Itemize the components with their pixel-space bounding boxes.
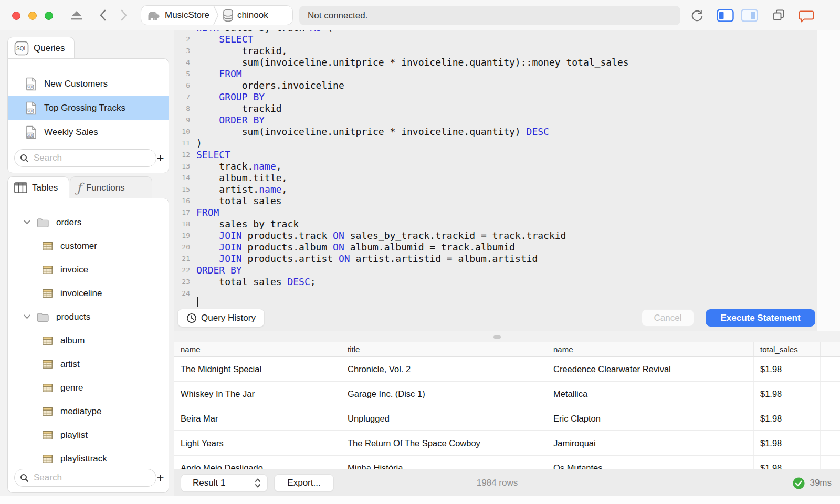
close-window-button[interactable] xyxy=(12,12,20,20)
table-cell[interactable]: Minha História xyxy=(341,456,547,469)
result-selector[interactable]: Result 1 xyxy=(181,474,268,492)
code-line[interactable]: 20 JOIN products.album ON album.albumid … xyxy=(174,242,817,253)
tab-queries[interactable]: SQL Queries xyxy=(7,37,75,59)
tree-table-row[interactable]: album xyxy=(8,329,169,352)
disconnect-eject-button[interactable] xyxy=(70,9,83,21)
table-cell[interactable]: Garage Inc. (Disc 1) xyxy=(341,382,547,406)
table-row[interactable]: Whiskey In The JarGarage Inc. (Disc 1)Me… xyxy=(174,382,840,406)
table-cell[interactable]: Jamiroquai xyxy=(547,431,754,455)
table-cell[interactable]: Unplugged xyxy=(341,406,547,430)
splitter-handle-icon[interactable] xyxy=(494,335,501,339)
tree-table-row[interactable]: invoiceline xyxy=(8,281,169,305)
code-line[interactable]: 13 track.name, xyxy=(174,161,817,172)
tab-tables[interactable]: Tables xyxy=(7,176,69,198)
pane-splitter[interactable] xyxy=(174,331,840,342)
breadcrumb-server[interactable]: MusicStore xyxy=(165,10,209,20)
table-cell[interactable]: Metallica xyxy=(547,382,754,406)
code-line[interactable]: 2 SELECT xyxy=(174,34,817,45)
feedback-button[interactable] xyxy=(799,9,814,23)
cancel-button[interactable]: Cancel xyxy=(642,309,694,327)
sql-editor[interactable]: 1WITH sales_by_track AS (2 SELECT3 track… xyxy=(174,30,817,331)
windows-button[interactable] xyxy=(771,8,786,23)
table-cell[interactable]: Whiskey In The Jar xyxy=(174,382,341,406)
zoom-window-button[interactable] xyxy=(45,12,53,20)
execute-statement-button[interactable]: Execute Statement xyxy=(706,309,815,327)
code-line[interactable]: 7 GROUP BY xyxy=(174,91,817,103)
table-cell[interactable]: The Return Of The Space Cowboy xyxy=(341,431,547,455)
table-cell[interactable]: $1.98 xyxy=(754,382,821,406)
breadcrumb-database[interactable]: chinook xyxy=(237,10,268,20)
table-row[interactable]: Light YearsThe Return Of The Space Cowbo… xyxy=(174,431,840,456)
table-cell[interactable]: Ando Meio Desligado xyxy=(174,456,341,469)
query-list-item[interactable]: SQLTop Grossing Tracks xyxy=(8,96,169,120)
queries-search[interactable] xyxy=(14,149,156,167)
tree-folder-row[interactable]: orders xyxy=(8,211,169,234)
add-query-button[interactable]: + xyxy=(156,151,164,165)
code-line[interactable]: 8 trackid xyxy=(174,103,817,114)
add-table-button[interactable]: + xyxy=(156,470,164,485)
table-row[interactable]: Beira MarUnpluggedEric Clapton$1.98 xyxy=(174,406,840,431)
code-line[interactable]: 3 trackid, xyxy=(174,45,817,57)
code-line[interactable]: 19 JOIN products.track ON sales_by_track… xyxy=(174,230,817,242)
chevron-down-icon[interactable] xyxy=(24,314,30,319)
code-line[interactable]: 14 album.title, xyxy=(174,172,817,184)
table-cell[interactable]: Os Mutantes xyxy=(547,456,754,469)
code-line[interactable]: 12SELECT xyxy=(174,149,817,161)
query-history-button[interactable]: Query History xyxy=(177,309,265,327)
table-cell[interactable]: Eric Clapton xyxy=(547,406,754,430)
code-line[interactable]: 11) xyxy=(174,138,817,149)
code-line[interactable]: 17FROM xyxy=(174,207,817,218)
code-line[interactable]: 16 total_sales xyxy=(174,195,817,207)
back-button[interactable] xyxy=(98,9,108,22)
code-line[interactable]: 21 JOIN products.artist ON artist.artist… xyxy=(174,253,817,265)
query-list-item[interactable]: SQLNew Customers xyxy=(8,72,169,96)
tree-table-row[interactable]: mediatype xyxy=(8,400,169,423)
tree-table-row[interactable]: playlist xyxy=(8,423,169,447)
code-line[interactable]: 5 FROM xyxy=(174,68,817,80)
minimize-window-button[interactable] xyxy=(28,12,37,20)
code-line[interactable]: 6 orders.invoiceline xyxy=(174,80,817,91)
table-cell[interactable]: $1.98 xyxy=(754,431,821,455)
code-line[interactable]: 9 ORDER BY xyxy=(174,114,817,126)
queries-search-input[interactable] xyxy=(33,152,151,164)
line-number: 13 xyxy=(174,161,196,172)
code-line[interactable]: 22ORDER BY xyxy=(174,265,817,276)
code-line[interactable]: 15 artist.name, xyxy=(174,184,817,195)
toggle-left-sidebar-button[interactable] xyxy=(717,9,734,22)
editor-scroll-gutter[interactable] xyxy=(817,30,840,331)
code-line[interactable]: 23 total_sales DESC; xyxy=(174,276,817,288)
query-list-item[interactable]: SQLWeekly Sales xyxy=(8,120,169,144)
tree-table-row[interactable]: artist xyxy=(8,352,169,376)
export-button[interactable]: Export... xyxy=(274,474,334,492)
column-header[interactable]: name xyxy=(174,342,341,356)
code-line[interactable]: 18 sales_by_track xyxy=(174,218,817,230)
code-line[interactable]: 10 sum(invoiceline.unitprice * invoiceli… xyxy=(174,126,817,138)
tables-search-input[interactable] xyxy=(33,472,151,484)
forward-button[interactable] xyxy=(119,9,129,22)
tree-table-row[interactable]: customer xyxy=(8,234,169,258)
tree-table-row[interactable]: genre xyxy=(8,376,169,400)
table-cell[interactable]: Light Years xyxy=(174,431,341,455)
column-header[interactable]: title xyxy=(341,342,547,356)
tree-folder-row[interactable]: products xyxy=(8,305,169,329)
reload-button[interactable] xyxy=(690,8,705,23)
column-header[interactable]: name xyxy=(547,342,754,356)
tab-functions[interactable]: ƒ Functions xyxy=(70,176,152,198)
table-cell[interactable]: The Midnight Special xyxy=(174,357,341,381)
table-cell[interactable]: $1.98 xyxy=(754,456,821,469)
tree-table-row[interactable]: invoice xyxy=(8,258,169,281)
table-cell[interactable]: $1.98 xyxy=(754,357,821,381)
table-cell[interactable]: Beira Mar xyxy=(174,406,341,430)
table-cell[interactable]: Chronicle, Vol. 2 xyxy=(341,357,547,381)
toggle-right-sidebar-button[interactable] xyxy=(741,9,758,22)
chevron-down-icon[interactable] xyxy=(24,220,30,225)
table-row[interactable]: Ando Meio DesligadoMinha HistóriaOs Muta… xyxy=(174,456,840,469)
code-line[interactable]: 24 xyxy=(174,288,817,299)
table-cell[interactable]: Creedence Clearwater Revival xyxy=(547,357,754,381)
column-header[interactable]: total_sales xyxy=(754,342,821,356)
table-cell[interactable]: $1.98 xyxy=(754,406,821,430)
tables-search[interactable] xyxy=(14,469,156,487)
table-row[interactable]: The Midnight SpecialChronicle, Vol. 2Cre… xyxy=(174,357,840,382)
code-text: sum(invoiceline.unitprice * invoiceline.… xyxy=(196,57,629,68)
code-line[interactable]: 4 sum(invoiceline.unitprice * invoicelin… xyxy=(174,57,817,68)
